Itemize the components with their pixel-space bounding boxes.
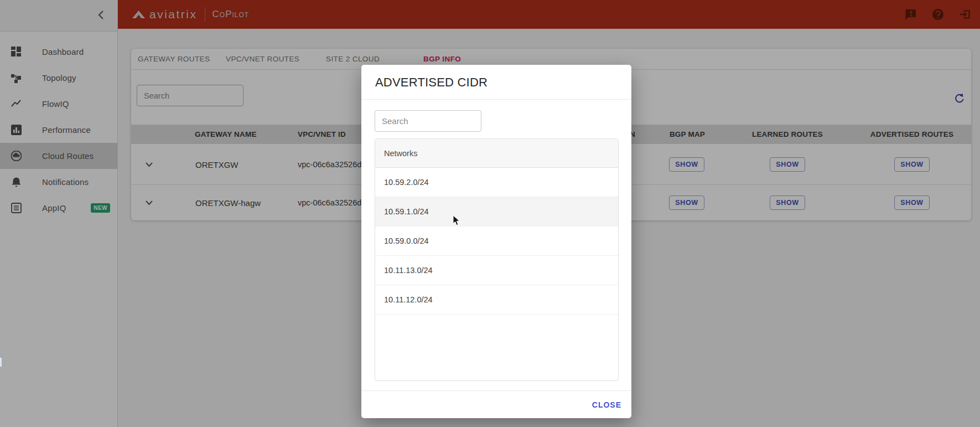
list-item[interactable]: 10.11.13.0/24 <box>375 256 618 285</box>
list-item[interactable]: 10.11.12.0/24 <box>375 285 618 315</box>
copilot-app: Dashboard Topology FlowIQ <box>0 0 980 427</box>
edge-artifact <box>0 358 2 367</box>
advertised-cidr-dialog: ADVERTISED CIDR Networks 10.59.2.0/24 10… <box>361 65 631 418</box>
dialog-footer: CLOSE <box>361 390 631 418</box>
cidr-search-input[interactable] <box>375 110 481 132</box>
close-button[interactable]: CLOSE <box>592 391 621 419</box>
list-item[interactable]: 10.59.1.0/24 <box>375 197 618 227</box>
list-item[interactable]: 10.59.0.0/24 <box>375 227 618 256</box>
networks-list: Networks 10.59.2.0/24 10.59.1.0/24 10.59… <box>375 138 619 381</box>
dialog-header: ADVERTISED CIDR <box>361 65 631 100</box>
list-item[interactable]: 10.59.2.0/24 <box>375 168 618 197</box>
networks-list-header: Networks <box>375 139 618 168</box>
dialog-title: ADVERTISED CIDR <box>375 65 631 100</box>
